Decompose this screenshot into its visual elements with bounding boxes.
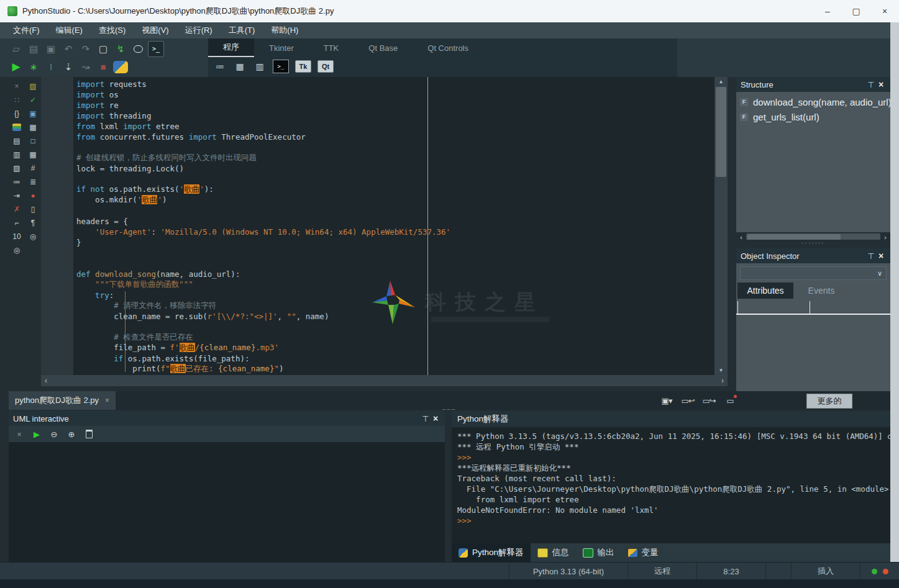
step-into-icon[interactable]: ⇣ [61, 60, 76, 75]
next-file-icon[interactable]: ▭↪ [701, 393, 717, 408]
new-window-icon[interactable]: ▢ [96, 42, 111, 57]
tab-list-menu-icon[interactable]: ▣▾ [659, 393, 675, 408]
columns-icon[interactable]: ▦ [25, 148, 41, 161]
window-grid-icon[interactable]: ▦ [233, 60, 247, 73]
run-icon[interactable]: ▶ [9, 60, 24, 75]
menu-item-帮助(H)[interactable]: 帮助(H) [263, 22, 306, 38]
open-file-icon[interactable]: ▱ [9, 42, 24, 57]
scroll-left-icon[interactable]: ‹ [41, 376, 51, 385]
minimize-button[interactable]: – [813, 0, 842, 22]
close-icon[interactable]: × [9, 79, 25, 93]
form-list-icon[interactable]: ≔ [213, 60, 227, 73]
zoom-plus-icon[interactable]: ◎ [9, 243, 25, 257]
line-ten-icon[interactable]: 10 [9, 230, 25, 243]
palette-tab-Qt Base[interactable]: Qt Base [354, 38, 413, 57]
goto-icon[interactable]: ⇥ [9, 189, 25, 202]
prev-file-icon[interactable]: ▭↩ [680, 393, 696, 408]
menu-item-文件(F)[interactable]: 文件(F) [5, 22, 48, 38]
panel-icon[interactable]: ▤ [9, 134, 25, 148]
object-selector-combo[interactable]: ∨ [740, 266, 887, 280]
pin-icon[interactable]: ⊤ [866, 251, 876, 261]
tab-close-icon[interactable]: × [105, 396, 109, 405]
pin-icon[interactable]: ⊤ [866, 80, 876, 89]
run-icon[interactable]: ▶ [30, 428, 43, 440]
menu-item-查找(S)[interactable]: 查找(S) [91, 22, 134, 38]
file-tab[interactable]: python爬取DJ歌曲 2.py × [9, 391, 116, 410]
close-icon[interactable]: × [12, 428, 26, 440]
folder-icon[interactable]: ▨ [25, 79, 41, 93]
text-cursor-icon[interactable]: I [43, 60, 58, 75]
interpreter-tab-输出[interactable]: 输出 [576, 543, 621, 562]
check-icon[interactable]: ✓ [25, 93, 41, 107]
palette-tab-Qt Controls[interactable]: Qt Controls [413, 38, 483, 57]
structure-item[interactable]: Fdownload_song(name, audio_url) [736, 94, 890, 109]
palette-icon[interactable]: ▦ [12, 124, 21, 131]
pilcrow-icon[interactable]: ¶ [25, 216, 41, 230]
palette-tab-TTK[interactable]: TTK [309, 38, 354, 57]
close-icon[interactable]: × [431, 414, 440, 423]
maximize-button[interactable]: ▢ [842, 0, 870, 22]
terminal-icon[interactable]: >_ [148, 41, 164, 57]
debug-settings-icon[interactable]: ∗ [26, 60, 41, 75]
select-region-icon[interactable]: ∷ [9, 93, 25, 107]
hash-icon[interactable]: # [25, 161, 41, 175]
undo-icon[interactable]: ↶ [61, 42, 76, 57]
indent-icon[interactable]: ≣ [25, 175, 41, 189]
terminal-black-icon[interactable]: >_ [273, 60, 289, 73]
stop-icon[interactable]: ■ [96, 60, 111, 75]
document-icon[interactable]: ▯ [25, 202, 41, 216]
more-button[interactable]: 更多的 [806, 394, 852, 409]
editor-vertical-scrollbar[interactable]: ▲ ▼ [714, 77, 728, 375]
tab-attributes[interactable]: Attributes [737, 283, 793, 299]
save-icon[interactable]: ▤ [26, 42, 41, 57]
interpreter-tab-信息[interactable]: 信息 [531, 543, 576, 562]
tk-widget-icon[interactable]: Tk [295, 60, 311, 73]
close-button[interactable]: × [870, 0, 899, 22]
close-icon[interactable]: × [876, 79, 886, 89]
image-icon[interactable]: ▧ [9, 161, 25, 175]
split-view-icon[interactable]: ▥ [9, 148, 25, 161]
interpreter-console[interactable]: *** Python 3.13.5 (tags/v3.13.5:6cb20a2,… [452, 427, 890, 543]
frame-icon[interactable]: ▣ [25, 107, 41, 120]
pin-icon[interactable]: ⊤ [421, 414, 431, 423]
zoom-in-icon[interactable]: ⊕ [65, 428, 78, 440]
scroll-up-icon[interactable]: ▲ [714, 77, 728, 86]
list-icon[interactable]: ≔ [9, 175, 25, 189]
palette-tab-Tkinter[interactable]: Tkinter [254, 38, 309, 57]
tab-events[interactable]: Events [793, 283, 849, 299]
vertical-scroll-thumb[interactable] [716, 87, 726, 177]
editor-horizontal-scrollbar[interactable]: ‹ › [41, 375, 728, 386]
box-icon[interactable]: □ [25, 134, 41, 148]
structure-item[interactable]: Fget_urls_list(url) [736, 109, 890, 124]
menu-item-视图(V)[interactable]: 视图(V) [134, 22, 176, 38]
zoom-icon[interactable]: ◎ [25, 230, 41, 243]
flag-icon[interactable]: ⌐ [9, 216, 25, 230]
comment-bubble-icon[interactable] [130, 42, 145, 57]
menu-item-编辑(E)[interactable]: 编辑(E) [48, 22, 91, 38]
python-logo-icon[interactable] [113, 61, 128, 73]
close-icon[interactable]: × [876, 251, 886, 261]
zoom-out-icon[interactable]: ⊖ [47, 428, 61, 440]
window-columns-icon[interactable]: ▥ [253, 60, 267, 73]
menu-item-工具(T)[interactable]: 工具(T) [221, 22, 263, 38]
redo-icon[interactable]: ↷ [78, 42, 93, 57]
interpreter-tab-Python解释器[interactable]: Python解释器 [452, 543, 531, 562]
copy-icon[interactable]: ▣ [43, 42, 58, 57]
delete-icon[interactable] [82, 428, 96, 440]
qt-widget-icon[interactable]: Qt [317, 60, 334, 73]
step-over-icon[interactable]: ↝ [78, 60, 93, 75]
grid-icon[interactable]: ▦ [25, 120, 41, 134]
panel-splitter[interactable]: ······· [736, 240, 890, 248]
cut-icon[interactable]: ✗ [9, 202, 25, 216]
run-flash-icon[interactable]: ↯ [113, 42, 128, 57]
status-indicators [860, 563, 899, 580]
menu-item-运行(R)[interactable]: 运行(R) [177, 22, 221, 38]
braces-icon[interactable]: {} [9, 107, 25, 120]
scroll-right-icon[interactable]: › [718, 376, 728, 385]
project-folder-icon[interactable]: ▭ [722, 393, 738, 408]
code-editor[interactable]: 科技之星 -import requests-import os-import r… [73, 77, 714, 375]
palette-tab-程序[interactable]: 程序 [208, 38, 254, 57]
record-icon[interactable]: ● [25, 189, 41, 202]
scroll-down-icon[interactable]: ▼ [714, 366, 728, 375]
interpreter-tab-变量[interactable]: 变量 [621, 543, 665, 562]
